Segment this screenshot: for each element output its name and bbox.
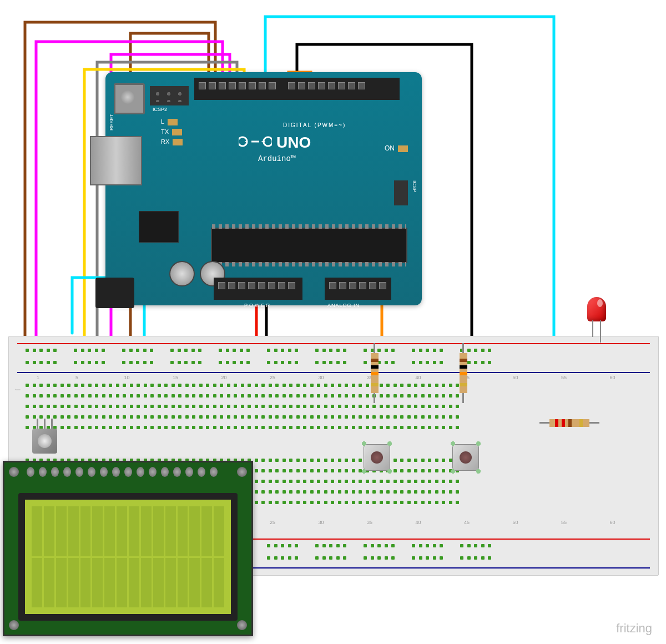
icsp2-header	[150, 86, 189, 105]
power-label: POWER	[244, 303, 271, 308]
bb-top-rail	[9, 341, 658, 375]
on-led: ON	[385, 144, 408, 152]
pushbutton-2[interactable]	[452, 444, 479, 471]
analog-label: ANALOG IN	[327, 303, 360, 308]
svg-text:+: +	[261, 138, 265, 145]
status-leds: L TX RX	[161, 117, 183, 147]
power-pin-header	[214, 278, 302, 300]
pushbutton-1[interactable]	[364, 444, 390, 471]
fritzing-watermark: fritzing	[616, 621, 652, 636]
resistor-r2	[460, 353, 467, 393]
analog-pin-header	[325, 278, 391, 300]
atmega-chip	[211, 228, 407, 263]
reset-label: RESET	[109, 114, 114, 130]
digital-pwm-label: DIGITAL (PWM=~)	[283, 122, 346, 128]
lcd-16x2	[3, 461, 253, 636]
digital-pin-header	[194, 78, 400, 100]
icsp-header	[394, 180, 408, 205]
potentiometer[interactable]	[32, 429, 57, 454]
arduino-logo: -+UNO	[239, 133, 311, 154]
icsp-label: ICSP	[412, 180, 417, 192]
led-rx-label: RX	[161, 137, 183, 147]
svg-text:-: -	[245, 138, 247, 145]
led-l-label: L	[161, 117, 183, 127]
usb-port	[90, 136, 142, 185]
reset-button[interactable]	[114, 83, 145, 114]
resistor-r1	[371, 353, 379, 393]
power-jack	[95, 278, 134, 308]
led-tx-label: TX	[161, 127, 183, 137]
voltage-regulator	[139, 211, 179, 243]
arduino-sublabel: Arduino™	[258, 154, 295, 163]
row-lbl-j: j	[16, 389, 22, 390]
arduino-uno-board: RESET ICSP2 L TX RX ON DIGITAL (PWM=~) -…	[105, 72, 422, 305]
capacitor-1	[169, 261, 195, 286]
icsp2-label: ICSP2	[153, 107, 167, 112]
red-led	[586, 297, 608, 336]
lcd-pins	[27, 467, 218, 477]
fritzing-diagram: RESET ICSP2 L TX RX ON DIGITAL (PWM=~) -…	[0, 0, 666, 644]
resistor-r3	[549, 419, 589, 427]
